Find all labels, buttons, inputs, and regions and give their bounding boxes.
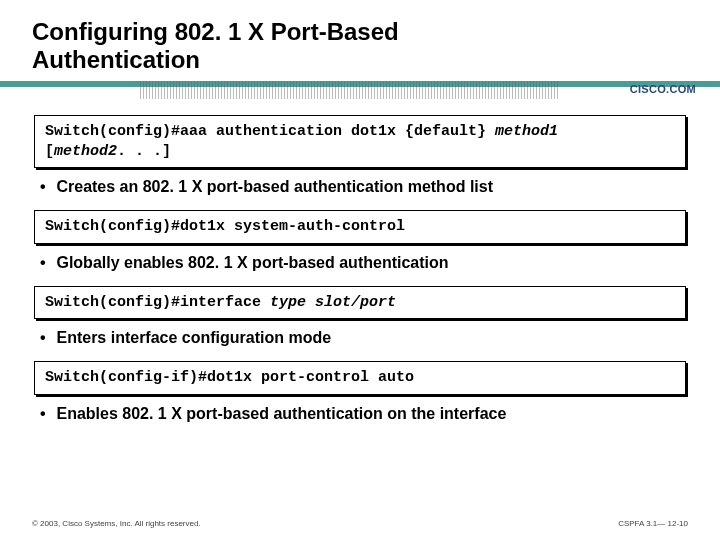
cmd3-prompt: Switch(config)# (45, 294, 180, 311)
bullet-3: • Enters interface configuration mode (40, 329, 688, 347)
cmd4-prompt: Switch(config-if)# (45, 369, 207, 386)
bullet-dot: • (40, 329, 52, 347)
cisco-logo: CISCO.COM (630, 83, 696, 95)
cmd3-keyword: interface (180, 294, 270, 311)
bullet-2-text: Globally enables 802. 1 X port-based aut… (56, 254, 448, 271)
cmd1-m2-rest: . . .] (117, 143, 171, 160)
title-line-1: Configuring 802. 1 X Port-Based (32, 18, 399, 45)
cmd2-keyword: dot1x system-auth-control (180, 218, 405, 235)
slide: Configuring 802. 1 X Port-Based Authenti… (0, 0, 720, 540)
cmd1-method2: method2 (54, 143, 117, 160)
divider: CISCO.COM (0, 81, 720, 101)
cmd2-prompt: Switch(config)# (45, 218, 180, 235)
footer: © 2003, Cisco Systems, Inc. All rights r… (32, 519, 688, 528)
bullet-dot: • (40, 405, 52, 423)
cmd4-keyword: dot1x port-control auto (207, 369, 414, 386)
page-title: Configuring 802. 1 X Port-Based Authenti… (32, 18, 688, 73)
divider-hatch (140, 81, 560, 99)
cmd1-method1: method1 (486, 123, 558, 140)
cmd1-m2-open: [ (45, 143, 54, 160)
footer-copyright: © 2003, Cisco Systems, Inc. All rights r… (32, 519, 201, 528)
cmd3-arg: type slot/port (270, 294, 396, 311)
cmd1-keyword: aaa authentication dot1x (180, 123, 405, 140)
title-line-2: Authentication (32, 46, 200, 73)
bullet-4-text: Enables 802. 1 X port-based authenticati… (56, 405, 506, 422)
bullet-1-text: Creates an 802. 1 X port-based authentic… (56, 178, 493, 195)
cmd1-prompt: Switch(config)# (45, 123, 180, 140)
command-box-4: Switch(config-if)#dot1x port-control aut… (34, 361, 686, 395)
cmd1-brace: {default} (405, 123, 486, 140)
bullet-dot: • (40, 254, 52, 272)
footer-pagecode: CSPFA 3.1— 12-10 (618, 519, 688, 528)
bullet-3-text: Enters interface configuration mode (56, 329, 331, 346)
bullet-4: • Enables 802. 1 X port-based authentica… (40, 405, 688, 423)
command-box-3: Switch(config)#interface type slot/port (34, 286, 686, 320)
bullet-1: • Creates an 802. 1 X port-based authent… (40, 178, 688, 196)
bullet-2: • Globally enables 802. 1 X port-based a… (40, 254, 688, 272)
bullet-dot: • (40, 178, 52, 196)
command-box-2: Switch(config)#dot1x system-auth-control (34, 210, 686, 244)
command-box-1: Switch(config)#aaa authentication dot1x … (34, 115, 686, 168)
